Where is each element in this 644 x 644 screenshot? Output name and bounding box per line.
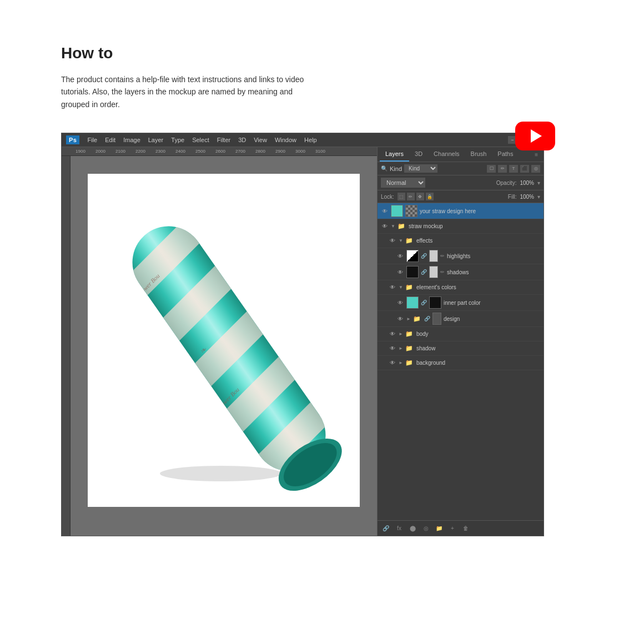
layer-item-background[interactable]: 👁 ► 📁 background	[378, 356, 544, 370]
menu-select[interactable]: Select	[189, 135, 213, 144]
fill-arrow[interactable]: ▾	[537, 194, 540, 200]
layer-item-straw-design[interactable]: 👁 your straw design here	[378, 203, 544, 219]
tab-layers[interactable]: Layers	[380, 147, 409, 162]
menu-type[interactable]: Type	[168, 135, 188, 144]
ruler-num: 2000	[90, 149, 110, 154]
layer-name-shadows: shadows	[447, 269, 540, 275]
folder-icon: 📁	[405, 345, 413, 352]
page-container: How to The product contains a help-file …	[0, 0, 644, 581]
lock-pixels-icon[interactable]: ✏	[407, 193, 415, 200]
ps-window: Ps File Edit Image Layer Type Select Fil…	[61, 133, 544, 536]
expand-arrow[interactable]: ►	[399, 360, 403, 365]
ps-menubar: Ps File Edit Image Layer Type Select Fil…	[62, 133, 544, 147]
filter-pixel-icon[interactable]: ☐	[487, 165, 496, 173]
layer-thumb-checker	[405, 205, 417, 217]
page-title: How to	[61, 44, 583, 62]
visibility-icon[interactable]: 👁	[389, 237, 396, 245]
blend-mode-select[interactable]: Normal	[381, 178, 425, 188]
folder-icon: 📁	[405, 330, 413, 338]
layer-name-inner-part: inner part color	[444, 300, 540, 306]
layer-item-design[interactable]: 👁 ► 📁 🔗 design	[378, 311, 544, 327]
layer-thumb-black	[429, 296, 441, 309]
ruler-num: 2200	[130, 149, 150, 154]
fx-icon[interactable]: fx	[394, 524, 404, 534]
link-layers-icon[interactable]: 🔗	[381, 524, 391, 534]
menu-view[interactable]: View	[250, 135, 270, 144]
new-layer-icon[interactable]: +	[447, 524, 457, 534]
expand-arrow[interactable]: ►	[406, 316, 411, 321]
filter-adjust-icon[interactable]: ✏	[498, 165, 507, 173]
visibility-icon[interactable]: 👁	[381, 223, 389, 230]
straw-ground-shadow	[160, 466, 282, 481]
visibility-icon[interactable]: 👁	[389, 345, 396, 353]
visibility-icon[interactable]: 👁	[396, 252, 404, 260]
youtube-button[interactable]	[515, 122, 555, 150]
layer-name-highlights: highlights	[447, 253, 540, 259]
menu-help[interactable]: Help	[301, 135, 320, 144]
layer-item-body[interactable]: 👁 ► 📁 body	[378, 327, 544, 341]
ruler-num: 2900	[270, 149, 290, 154]
filter-kind-select[interactable]: Kind	[404, 164, 437, 173]
layer-item-straw-mockup[interactable]: 👁 ▼ 📁 straw mockup	[378, 219, 544, 234]
screenshot-container: Ps File Edit Image Layer Type Select Fil…	[61, 133, 544, 536]
menu-3d[interactable]: 3D	[235, 135, 249, 144]
filter-type-icons: ☐ ✏ T ⬛ ◎	[487, 165, 540, 173]
layer-thumb-green	[391, 205, 403, 217]
tab-3d[interactable]: 3D	[409, 147, 428, 162]
layer-thumb-highlights	[406, 250, 419, 262]
expand-arrow[interactable]: ▼	[399, 285, 403, 290]
brush-icon: ✏	[440, 269, 445, 275]
menu-layer[interactable]: Layer	[145, 135, 167, 144]
new-fill-icon[interactable]: ⬤	[407, 524, 417, 534]
layer-item-effects[interactable]: 👁 ▼ 📁 effects	[378, 234, 544, 248]
opacity-label: Opacity:	[496, 180, 517, 186]
layer-item-shadow[interactable]: 👁 ► 📁 shadow	[378, 341, 544, 356]
menu-filter[interactable]: Filter	[214, 135, 234, 144]
fill-value: 100%	[520, 194, 534, 200]
layer-item-elements-colors[interactable]: 👁 ▼ 📁 element's colors	[378, 280, 544, 295]
ruler-num: 2300	[150, 149, 170, 154]
filter-shape-icon[interactable]: ⬛	[520, 165, 529, 173]
menu-edit[interactable]: Edit	[102, 135, 119, 144]
blend-mode-row: Normal Opacity: 100% ▾	[378, 175, 544, 190]
visibility-icon[interactable]: 👁	[396, 299, 404, 306]
filter-smart-icon[interactable]: ◎	[531, 165, 540, 173]
visibility-icon[interactable]: 👁	[389, 330, 396, 338]
opacity-arrow[interactable]: ▾	[537, 180, 540, 186]
layer-item-inner-part[interactable]: 👁 🔗 inner part color	[378, 295, 544, 311]
panel-bottom-bar: 🔗 fx ⬤ ◎ 📁 + 🗑	[378, 520, 544, 536]
opacity-value: 100%	[520, 180, 534, 186]
menu-file[interactable]: File	[84, 135, 100, 144]
lock-label: Lock:	[381, 194, 394, 200]
lock-position-icon[interactable]: ✥	[416, 193, 424, 200]
expand-arrow[interactable]: ►	[399, 346, 403, 351]
visibility-icon[interactable]: 👁	[396, 315, 404, 323]
expand-arrow[interactable]: ▼	[399, 238, 403, 243]
lock-transparent-icon[interactable]: ⬚	[398, 193, 405, 200]
menu-image[interactable]: Image	[120, 135, 144, 144]
ps-logo: Ps	[66, 135, 79, 144]
mask-icon[interactable]: ◎	[421, 524, 431, 534]
layer-item-shadows[interactable]: 👁 🔗 ✏ shadows	[378, 264, 544, 280]
delete-layer-icon[interactable]: 🗑	[461, 524, 471, 534]
folder-icon: 📁	[405, 284, 413, 291]
folder-icon: 📁	[405, 237, 413, 244]
tab-channels[interactable]: Channels	[428, 147, 465, 162]
filter-type-icon[interactable]: T	[509, 165, 518, 173]
tab-paths[interactable]: Paths	[492, 147, 519, 162]
expand-arrow[interactable]: ►	[399, 331, 403, 336]
fill-label: Fill:	[508, 194, 517, 200]
new-group-icon[interactable]: 📁	[434, 524, 444, 534]
layer-item-highlights[interactable]: 👁 🔗 ✏ highlights	[378, 248, 544, 264]
expand-arrow[interactable]: ▼	[391, 224, 395, 229]
layer-thumb-teal	[406, 296, 419, 309]
visibility-icon[interactable]: 👁	[396, 268, 404, 276]
layers-filter-row: 🔍 Kind Kind ☐ ✏ T ⬛ ◎	[378, 162, 544, 175]
visibility-icon[interactable]: 👁	[389, 359, 396, 367]
visibility-icon[interactable]: 👁	[389, 284, 396, 291]
menu-window[interactable]: Window	[271, 135, 300, 144]
visibility-icon[interactable]: 👁	[381, 207, 389, 215]
lock-all-icon[interactable]: 🔒	[426, 193, 434, 200]
tab-brush[interactable]: Brush	[465, 147, 492, 162]
ruler-num: 3100	[310, 149, 330, 154]
